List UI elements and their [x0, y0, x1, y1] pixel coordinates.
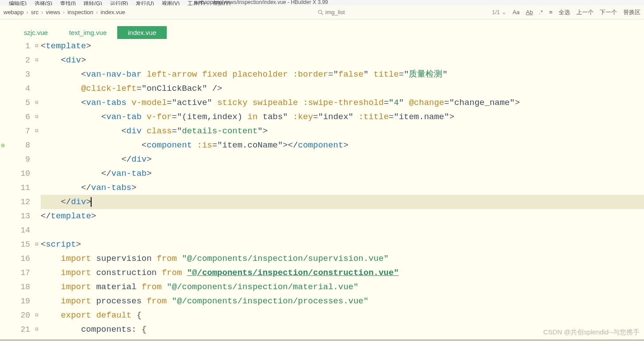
line-number: 6 [6, 110, 30, 124]
fold-toggle[interactable]: ⊟ [33, 110, 41, 124]
code-line[interactable]: export default { [41, 308, 644, 322]
regex-icon[interactable]: .* [539, 9, 543, 16]
line-number: 1 [6, 39, 30, 53]
select-all-button[interactable]: 全选 [559, 8, 570, 16]
fold-toggle[interactable]: ⊟ [33, 39, 41, 53]
code-area[interactable]: <template> <div> <van-nav-bar left-arrow… [41, 39, 644, 339]
prev-match-button[interactable]: 上一个 [576, 8, 594, 16]
fold-toggle [33, 252, 41, 266]
fold-toggle [33, 138, 41, 152]
fold-toggle[interactable]: ⊟ [33, 322, 41, 337]
next-match-button[interactable]: 下一个 [600, 8, 617, 16]
code-line[interactable]: @click-left="onClickBack" /> [41, 81, 644, 96]
fold-gutter[interactable]: ⊟⊟⊟⊟⊟⊟⊟⊟ [33, 39, 41, 339]
fold-toggle [33, 266, 41, 280]
code-line[interactable]: import processes from "@/components/insp… [41, 294, 644, 308]
menu-item[interactable]: 跳转(G) [84, 0, 102, 5]
editor-tab[interactable]: text_img.vue [58, 26, 117, 39]
code-line[interactable]: <van-tabs v-model="active" sticky swipea… [41, 96, 644, 110]
code-line[interactable]: <script> [41, 237, 644, 252]
breakpoint-gutter[interactable] [0, 39, 6, 339]
code-line[interactable]: <div> [41, 53, 644, 67]
line-number: 5 [6, 96, 30, 110]
code-line[interactable]: <van-tab v-for="(item,index) in tabs" :k… [41, 110, 644, 124]
word-icon[interactable]: Ab [526, 9, 533, 16]
code-line[interactable]: </van-tabs> [41, 181, 644, 195]
breadcrumb-item[interactable]: index.vue [100, 9, 125, 16]
line-number: 16 [6, 252, 30, 266]
menu-item[interactable]: 编辑(E) [9, 0, 27, 5]
search-text[interactable]: img_list [326, 9, 345, 16]
chevron-right-icon: › [27, 9, 28, 16]
breadcrumb-item[interactable]: src [31, 9, 38, 16]
fold-toggle[interactable]: ⊟ [33, 237, 41, 252]
line-number: 18 [6, 280, 30, 294]
line-number: 7 [6, 124, 30, 138]
code-line[interactable]: </div> [41, 152, 644, 167]
line-number: 21 [6, 322, 30, 337]
breadcrumb-item[interactable]: webapp [4, 9, 24, 16]
line-number: 11 [6, 181, 30, 195]
editor-tab[interactable]: index.vue [117, 26, 167, 39]
replace-button[interactable]: 替换区 [623, 8, 640, 16]
fold-toggle[interactable]: ⊟ [33, 96, 41, 110]
code-line[interactable]: <component :is="item.coName"></component… [41, 138, 644, 152]
chevron-right-icon: › [63, 9, 65, 16]
fold-toggle[interactable]: ⊟ [33, 308, 41, 322]
code-line[interactable]: </van-tab> [41, 167, 644, 181]
code-line[interactable]: </div> [41, 195, 644, 209]
chevron-right-icon: › [41, 9, 43, 16]
fold-toggle [33, 67, 41, 81]
fold-toggle[interactable]: ⊟ [33, 53, 41, 67]
search-toolbar: 1/1 ⌄ Aa Ab .* ≡ 全选 上一个 下一个 替换区 [492, 8, 640, 16]
case-icon[interactable]: Aa [513, 9, 520, 16]
line-number: 17 [6, 266, 30, 280]
code-line[interactable]: import construction from "@/components/i… [41, 266, 644, 280]
search-icon [318, 9, 324, 16]
menu-item[interactable]: 运行(R) [110, 0, 128, 5]
breadcrumbs[interactable]: webapp›src›views›inspection›index.vue [4, 9, 300, 16]
line-number-gutter: 123456789101112131415161718192021 [6, 39, 33, 339]
menu-item[interactable]: 视图(V) [162, 0, 180, 5]
chevron-right-icon: › [96, 9, 98, 16]
window-title: webapp/src/views/inspection/index.vue - … [195, 0, 328, 5]
bottom-scrollbar[interactable] [0, 339, 644, 341]
fold-toggle [33, 181, 41, 195]
line-number: 13 [6, 209, 30, 223]
line-number: 19 [6, 294, 30, 308]
line-number: 12 [6, 195, 30, 209]
fold-toggle [33, 152, 41, 167]
menu-item[interactable]: 选择(S) [34, 0, 52, 5]
code-line[interactable]: </template> [41, 209, 644, 223]
fold-toggle [33, 195, 41, 209]
editor-tab[interactable]: szjc.vue [13, 26, 58, 39]
gutter-marker[interactable] [1, 143, 5, 147]
fold-toggle [33, 280, 41, 294]
fold-toggle [33, 294, 41, 308]
fold-toggle[interactable]: ⊟ [33, 124, 41, 138]
code-line[interactable]: <template> [41, 39, 644, 53]
menu-item[interactable]: 发行(U) [136, 0, 154, 5]
fold-toggle [33, 223, 41, 237]
code-line[interactable]: <div class="details-content"> [41, 124, 644, 138]
code-line[interactable]: import material from "@/components/inspe… [41, 280, 644, 294]
fold-toggle [33, 81, 41, 96]
line-number: 8 [6, 138, 30, 152]
svg-point-0 [318, 10, 322, 13]
menu-item[interactable]: 查找(I) [60, 0, 76, 5]
code-line[interactable]: <van-nav-bar left-arrow fixed placeholde… [41, 67, 644, 81]
search-area[interactable]: img_list [318, 9, 492, 16]
line-number: 3 [6, 67, 30, 81]
fold-toggle [33, 167, 41, 181]
code-line[interactable]: import supervision from "@/components/in… [41, 252, 644, 266]
menu-bar[interactable]: webapp/src/views/inspection/index.vue - … [0, 0, 644, 5]
list-icon[interactable]: ≡ [549, 9, 552, 16]
fold-toggle [33, 209, 41, 223]
breadcrumb-item[interactable]: views [46, 9, 61, 16]
code-line[interactable]: components: { [41, 322, 644, 337]
code-line[interactable] [41, 223, 644, 237]
editor-tabs: szjc.vuetext_img.vueindex.vue [0, 19, 644, 39]
breadcrumb-item[interactable]: inspection [67, 9, 93, 16]
line-number: 4 [6, 81, 30, 96]
code-editor[interactable]: 123456789101112131415161718192021 ⊟⊟⊟⊟⊟⊟… [0, 39, 644, 339]
